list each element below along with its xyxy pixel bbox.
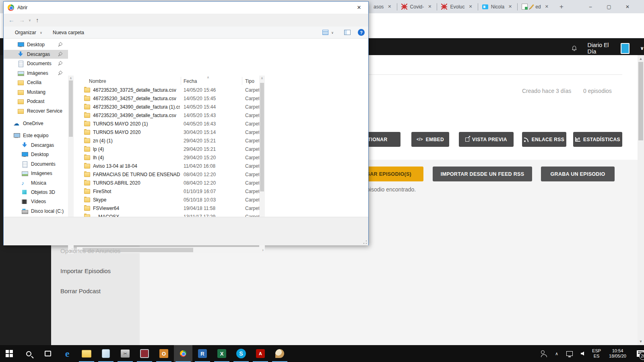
forward-icon[interactable]: →: [19, 16, 25, 23]
taskbar-icon-task-view[interactable]: [39, 345, 57, 362]
tab-close-icon[interactable]: ✕: [427, 4, 433, 10]
browser-tab[interactable]: ed✕: [518, 0, 554, 13]
notifications-bell-icon[interactable]: [572, 44, 577, 53]
volume-icon[interactable]: [581, 352, 584, 356]
back-icon[interactable]: ←: [8, 16, 14, 23]
sidebar-item-objetos-3d[interactable]: Objetos 3D: [4, 188, 68, 197]
taskbar-icon-notepad[interactable]: [97, 345, 115, 362]
page-scrollbar-thumb[interactable]: [638, 62, 643, 140]
tab-close-icon[interactable]: ✕: [544, 4, 550, 10]
file-row[interactable]: TURNOS MAYO 202030/04/20 15:14Carpeta: [79, 128, 259, 137]
language-indicator[interactable]: ESP ES: [592, 348, 601, 359]
sidebar-item-recover-service[interactable]: Recover Service: [4, 107, 68, 115]
list-scroll-up-icon[interactable]: ∧: [259, 76, 265, 80]
sidebar-item-mustang[interactable]: Mustang: [4, 88, 68, 97]
sidebar-item-podcast[interactable]: Podcast: [4, 97, 68, 106]
taskbar-icon-photos[interactable]: [135, 345, 154, 362]
dialog-title-bar[interactable]: Abrir ✕: [4, 2, 368, 14]
taskbar-icon-explorer[interactable]: [77, 345, 96, 362]
window-minimize-button[interactable]: –: [581, 0, 600, 13]
file-row[interactable]: TURNOS MAYO 2020 (1)04/05/20 16:43Carpet…: [79, 120, 259, 128]
sidebar-item-música[interactable]: ♪Música: [4, 179, 68, 187]
estadísticas-button[interactable]: ESTADÍSTICAS: [573, 132, 622, 147]
scroll-down-icon[interactable]: ▼: [638, 339, 644, 343]
sidebar-item-cecilia[interactable]: Cecilia: [4, 78, 68, 87]
sidebar-item-desktop[interactable]: Desktop: [4, 150, 68, 159]
taskbar-icon-remote-desktop[interactable]: R: [193, 345, 212, 362]
file-row[interactable]: 467235230_34390_detalle_factura (1).csv1…: [79, 103, 259, 111]
file-row[interactable]: FARMACIAS DE TURNO DE ENSENADA...08/04/2…: [79, 171, 259, 179]
file-row[interactable]: lh (4)29/04/20 15:20Carpeta: [79, 154, 259, 162]
hscroll-right-icon[interactable]: ›: [262, 247, 264, 252]
tab-close-icon[interactable]: ✕: [507, 4, 513, 10]
file-row[interactable]: 467235230_34390_detalle_factura.csv14/05…: [79, 111, 259, 120]
scroll-up-icon[interactable]: ▲: [638, 57, 644, 61]
browser-tab[interactable]: Nicola✕: [478, 0, 518, 13]
sidebar-item-descargas[interactable]: Descargas: [4, 141, 68, 150]
site-logo[interactable]: [621, 43, 630, 54]
column-separator[interactable]: [181, 77, 181, 85]
column-header-type[interactable]: Tipo: [245, 76, 254, 86]
people-icon[interactable]: [541, 350, 547, 357]
enlace-rss-button[interactable]: ENLACE RSS: [522, 132, 566, 147]
preview-pane-icon[interactable]: [344, 30, 351, 35]
organize-button[interactable]: Organizar: [15, 30, 36, 35]
file-row[interactable]: TURNOS ABRIL 202008/04/20 12:20Carpeta: [79, 179, 259, 187]
file-row[interactable]: lp (4)29/04/20 15:21Carpeta: [79, 145, 259, 154]
view-mode-chevron-icon[interactable]: ∨: [331, 31, 334, 35]
column-header-name[interactable]: Nombre: [89, 76, 106, 86]
show-hidden-icons[interactable]: ∧: [555, 351, 558, 356]
action-center-icon[interactable]: 20: [637, 350, 644, 357]
file-row[interactable]: Aviso 13-04 al 18-0411/04/20 16:08Carpet…: [79, 162, 259, 171]
tree-scroll-up-icon[interactable]: ∧: [68, 76, 74, 80]
clock[interactable]: 10:54 18/05/20: [609, 348, 626, 359]
taskbar-icon-skype[interactable]: S: [232, 345, 250, 362]
window-maximize-button[interactable]: ▢: [600, 0, 618, 13]
sidebar-item-descargas[interactable]: Descargas: [4, 50, 68, 59]
taskbar-icon-outlook[interactable]: O: [155, 345, 173, 362]
taskbar-icon-search[interactable]: [19, 345, 38, 362]
file-row[interactable]: zn (4) (1)29/04/20 15:21Carpeta: [79, 137, 259, 145]
file-row[interactable]: 467235230_33725_detalle_factura.csv14/05…: [79, 86, 259, 95]
taskbar-icon-snipping-tool[interactable]: ✂: [116, 345, 134, 362]
sidebar-item-this-pc[interactable]: Este equipo: [4, 131, 68, 140]
taskbar-icon-edge[interactable]: e: [58, 345, 76, 362]
network-icon[interactable]: [566, 351, 573, 356]
sidebar-item-disco-local-c-[interactable]: Disco local (C:): [4, 207, 68, 216]
dialog-close-icon[interactable]: ✕: [350, 2, 368, 13]
file-row[interactable]: 467235230_34257_detalle_factura.csv14/05…: [79, 95, 259, 103]
account-chevron-down-icon[interactable]: ∨: [640, 45, 644, 51]
browser-tab[interactable]: asos✕: [369, 0, 397, 13]
sidebar-item-documents[interactable]: Documents: [4, 160, 68, 169]
up-icon[interactable]: ↑: [36, 16, 39, 23]
sidebar-item-imágenes[interactable]: Imágenes: [4, 69, 68, 78]
tab-close-icon[interactable]: ✕: [386, 4, 392, 10]
file-list-scrollbar-thumb[interactable]: [260, 83, 264, 191]
sidebar-item-documents[interactable]: Documents: [4, 59, 68, 68]
file-row[interactable]: FSViewer6419/04/18 11:58Carpeta: [79, 204, 259, 213]
help-icon[interactable]: ?: [358, 29, 365, 36]
organize-chevron-icon[interactable]: ∨: [40, 31, 42, 35]
taskbar-icon-excel[interactable]: X: [213, 345, 231, 362]
embed-button[interactable]: </>EMBED: [411, 132, 449, 147]
vista-previa-button[interactable]: VISTA PREVIA: [459, 132, 514, 147]
column-separator[interactable]: [242, 77, 242, 85]
sidebar-item-vídeos[interactable]: Vídeos: [4, 197, 68, 206]
browser-tab[interactable]: Evoluc✕: [437, 0, 477, 13]
file-row[interactable]: FireShot01/10/19 16:07Carpeta: [79, 187, 259, 196]
taskbar-icon-paint[interactable]: [270, 345, 289, 362]
taskbar-icon-chrome[interactable]: [174, 345, 192, 362]
tree-scrollbar-thumb[interactable]: [69, 80, 73, 137]
resize-grip[interactable]: [363, 240, 367, 244]
file-row[interactable]: Skype05/10/18 10:03Carpeta: [79, 196, 259, 204]
upload-action-button[interactable]: IMPORTAR DESDE UN FEED RSS: [433, 167, 532, 181]
new-folder-button[interactable]: Nueva carpeta: [53, 30, 84, 35]
page-sidebar-item[interactable]: Borrar Podcast: [60, 288, 101, 294]
column-header-date[interactable]: Fecha: [184, 76, 197, 86]
taskbar-icon-start[interactable]: [0, 345, 19, 362]
taskbar-icon-acrobat[interactable]: A: [251, 345, 270, 362]
page-sidebar-item[interactable]: Opciones de Anuncios: [60, 247, 120, 254]
upload-action-button[interactable]: GRABA UN EPISODIO: [541, 167, 615, 181]
view-mode-icon[interactable]: [322, 30, 328, 35]
tab-close-icon[interactable]: ✕: [468, 4, 474, 10]
